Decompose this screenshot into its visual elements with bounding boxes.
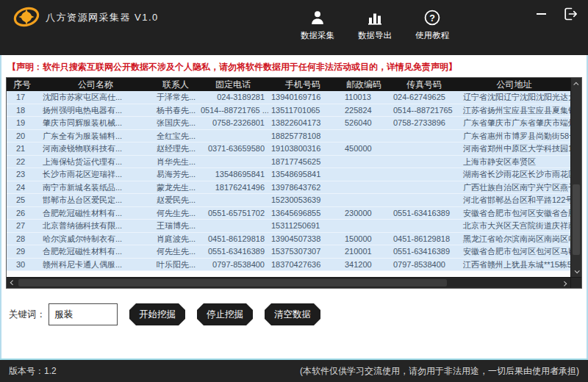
table-cell (337, 168, 390, 181)
column-header[interactable]: 传真号码 (390, 78, 458, 91)
scroll-right-button[interactable] (559, 278, 570, 288)
table-cell: 叶乐阳先... (154, 259, 198, 271)
table-row[interactable]: 30赣州科尼卡通人偶服...叶乐阳先...0797-85384001837042… (7, 259, 570, 272)
table-cell (390, 194, 458, 206)
table-cell: 上海保钻货运代理有... (37, 156, 154, 168)
toolbar-item-tutorial[interactable]: ?使用教程 (407, 5, 457, 41)
column-header[interactable]: 公司名称 (37, 78, 154, 91)
table-cell: 张国庆先... (154, 117, 198, 129)
table-cell: 0758-2326801 (198, 117, 268, 129)
table-cell: 526040 (337, 117, 390, 129)
table-cell: 29 (7, 245, 37, 258)
table-cell: 22 (7, 156, 37, 168)
table-cell (337, 220, 390, 232)
vertical-scroll-track[interactable] (571, 90, 581, 265)
table-cell: 安徽省合肥市包河区安徽省合肥... (458, 207, 570, 220)
start-mining-button[interactable]: 开始挖掘 (129, 303, 185, 325)
table-cell: 18176241496 (198, 181, 268, 194)
help-icon: ? (423, 9, 441, 26)
table-cell: 15375307307 (268, 245, 337, 258)
column-header[interactable]: 序号 (7, 78, 37, 91)
table-row[interactable]: 28哈尔滨威尔特制衣有...肖庭波先...0451-86129818139045… (7, 233, 570, 246)
statusbar-disclaimer: (本软件仅供学习交流使用，请勿用于非法用途，一切后果由使用者承担) (300, 365, 579, 378)
exit-button[interactable] (562, 5, 579, 23)
table-row[interactable]: 25邯郸市丛台区爱民定...赵爱民先...15230053639河北省邯郸丛台区… (7, 194, 570, 207)
table-row[interactable]: 20广东全有为服装辅料...全红宝先...18825778108广东省惠州市博罗… (7, 130, 570, 143)
table-cell: 024-62749625 (390, 91, 458, 104)
table-cell: 0514--88721765 (390, 104, 458, 117)
table-cell: 13645696855 (268, 207, 337, 220)
svg-text:?: ? (429, 13, 435, 24)
table-cell: 230000 (337, 207, 390, 220)
table-cell: 13822604173 (268, 117, 337, 129)
table-cell: 0797-8538400 (198, 259, 268, 271)
app-window: 八方资源网采集器 V1.0 数据采集数据导出?使用教程 【声明：软件只搜索互联网… (0, 0, 588, 382)
table-cell: 肖庭波先... (154, 233, 198, 245)
table-cell: 王瑞博先... (154, 220, 198, 232)
table-cell: 28 (7, 233, 37, 245)
table-cell: 18370427636 (268, 259, 337, 271)
table-row[interactable]: 26合肥乾冠磁性材料有...何先生先...0551-65751702136456… (7, 207, 570, 220)
table-cell: 0758-2733896 (390, 117, 458, 129)
table-cell: 17 (7, 91, 37, 104)
scroll-left-button[interactable] (7, 278, 18, 288)
toolbar-item-data-collect[interactable]: 数据采集 (293, 5, 343, 41)
table-cell: 0551-63416389 (198, 245, 268, 258)
column-header[interactable]: 固定电话 (198, 78, 268, 91)
table-cell: 全红宝先... (154, 130, 198, 143)
table-cell: 13511701065 (268, 104, 337, 117)
table-cell: 0551-63416389 (390, 207, 458, 220)
column-header[interactable]: 公司地址 (458, 78, 570, 91)
table-cell: 广西壮族自治区南宁兴宁区燕子... (458, 181, 570, 194)
table-row[interactable]: 24南宁市新城名装纸品...蒙龙先生...1817624149613978643… (7, 181, 570, 195)
table-cell: 27 (7, 220, 37, 232)
table-cell: 0451-86129818 (198, 233, 268, 245)
column-header[interactable]: 手机号码 (268, 78, 337, 91)
horizontal-scrollbar[interactable] (7, 277, 570, 288)
vertical-scroll-thumb[interactable] (573, 184, 580, 255)
toolbar-item-label: 数据采集 (301, 30, 334, 41)
table-cell: 150000 (337, 233, 390, 245)
toolbar-items: 数据采集数据导出?使用教程 (293, 5, 457, 41)
table-cell: 江苏省扬州宝应县宝应县夏集镇... (458, 104, 570, 117)
chevron-left-icon (10, 280, 15, 285)
vertical-scrollbar[interactable] (570, 78, 581, 288)
table-row[interactable]: 29合肥乾冠磁性材料有...何先生先...0551-63416389153753… (7, 245, 570, 259)
table-cell: 肖华先生... (154, 156, 198, 168)
table-cell: 黑龙江省哈尔滨南岗区南岗区哈... (458, 233, 570, 245)
table-row[interactable]: 27北京普纳德科技有限...王瑞博先...15311250691北京市大兴区天宫… (7, 220, 570, 233)
version-label: 版本号：1.2 (9, 365, 57, 378)
table-row[interactable]: 18扬州强明电热电器有...杨书春先...0514--88721765 ...1… (7, 104, 570, 118)
horizontal-scroll-thumb[interactable] (18, 279, 447, 286)
table-cell: 哈尔滨威尔特制衣有... (37, 233, 154, 245)
table-cell: 19 (7, 117, 37, 129)
scroll-down-button[interactable] (571, 265, 581, 277)
table-cell: 18717745625 (268, 156, 337, 168)
table-row[interactable]: 21河南凌锐物联科技有...赵经理先...0371-63659580191038… (7, 143, 570, 156)
table-cell: 0551-63416389 (390, 245, 458, 258)
table-cell: 河南凌锐物联科技有... (37, 143, 154, 155)
toolbar-item-label: 使用教程 (415, 30, 449, 41)
column-header[interactable]: 邮政编码 (337, 78, 390, 91)
column-header[interactable]: 联系人 (154, 78, 198, 91)
clear-data-button[interactable]: 清空数据 (265, 303, 320, 325)
table-row[interactable]: 19肇庆市同辉服装机械...张国庆先...0758-23268011382260… (7, 117, 570, 130)
table-cell (337, 194, 390, 206)
table-cell: 邯郸市丛台区爱民定... (37, 194, 154, 206)
table-cell: 0797-8538400 (390, 259, 458, 271)
table-row[interactable]: 17沈阳市苏家屯区高仕...于泽常先...024-318928113940169… (7, 91, 570, 104)
table-row[interactable]: 22上海保钻货运代理有...肖华先生...18717745625上海市静安区奉贤… (7, 156, 570, 169)
scroll-up-button[interactable] (571, 78, 581, 90)
scrollbar-corner (571, 277, 581, 288)
minimize-button[interactable] (534, 8, 548, 20)
table-cell: 26 (7, 207, 37, 220)
table-cell: 于泽常先... (154, 91, 198, 104)
table-cell: 安徽省合肥市包河区包河区马鞍... (458, 245, 570, 258)
keyword-input[interactable] (49, 303, 118, 325)
toolbar-item-data-export[interactable]: 数据导出 (350, 5, 400, 41)
table-cell (390, 168, 458, 181)
table-cell: 450000 (337, 143, 390, 155)
table-row[interactable]: 23长沙市雨花区迎瑞祥...易海芳先...1354869584113548695… (7, 168, 570, 181)
stop-mining-button[interactable]: 停止挖掘 (197, 303, 253, 325)
exit-icon (562, 5, 579, 23)
